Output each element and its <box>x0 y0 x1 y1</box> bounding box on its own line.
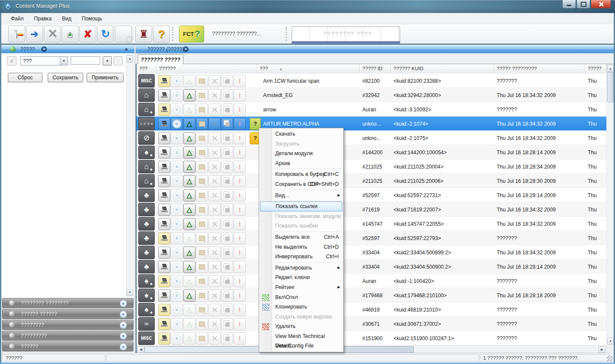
minimize-button[interactable] <box>562 0 576 9</box>
search-input[interactable]: ???????? ???? <box>292 26 400 42</box>
expand-chevron-button[interactable]: « <box>120 332 127 340</box>
table-row[interactable]: ≈△↓!#30671<kuid:30671:37002>???????Thu <box>137 317 606 331</box>
table-row[interactable]: ⌂♣△↓!arrowAuran<kuid:-3:10092>???????Thu <box>137 102 606 117</box>
commit-button[interactable]: ➔ <box>26 26 43 42</box>
vertical-scrollbar[interactable]: ▲ ▼ <box>606 64 614 345</box>
context-menu-item-10[interactable]: Показать ссылки <box>260 202 342 211</box>
expand-chevron-button[interactable]: « <box>120 322 127 329</box>
menubar-item-0[interactable]: Файл <box>6 14 29 23</box>
table-row[interactable]: ⌂♣△↓!#211025<kuid:211025:20004>Thu Jul 1… <box>137 159 606 174</box>
close-button[interactable] <box>591 0 611 9</box>
filter-remove-button[interactable]: - <box>114 56 123 65</box>
filter-panel-scrollbar[interactable]: ▲ ▼ <box>126 55 133 296</box>
resize-grip-icon[interactable] <box>607 356 613 362</box>
menubar-item-2[interactable]: Вид <box>57 14 77 23</box>
expand-chevron-button[interactable]: « <box>120 300 127 307</box>
context-menu-item-22[interactable]: Клонировать <box>259 302 343 312</box>
column-header-4[interactable]: ?????? KUID <box>391 64 494 73</box>
toolbar-drag-handle[interactable] <box>172 27 175 41</box>
context-menu-item-15[interactable]: Не выделятьCtrl+D <box>259 242 343 252</box>
filter-apply-button[interactable]: Применить <box>87 73 124 82</box>
context-menu-item-0[interactable]: Скачать <box>259 129 343 139</box>
context-menu-item-14[interactable]: Выделить всеCtrl+A <box>259 232 343 242</box>
column-header-2[interactable]: ???▲ <box>257 64 360 73</box>
column-header-6[interactable]: ????? <box>585 64 606 73</box>
context-menu-item-19[interactable]: Редакт. ключи <box>259 273 343 283</box>
table-row[interactable]: ♠♣△↓!Auran<kuid:-1:100420>???????Thu <box>137 274 606 288</box>
filter-not-button[interactable]: ≠ <box>7 56 16 65</box>
context-menu-item-24[interactable]: Удалить <box>259 322 343 332</box>
filter-collapse-chevron-icon[interactable]: « <box>124 48 130 51</box>
scroll-left-icon[interactable]: ◀ <box>137 346 144 353</box>
collapsed-panel-2[interactable]: ????????« <box>2 320 133 330</box>
context-menu-item-6[interactable]: Сохранить в CDPCtrl+Shift+D <box>259 179 343 189</box>
context-menu-item-16[interactable]: ИнвертироватьCtrl+I <box>259 252 343 262</box>
context-menu-item-25[interactable]: View Mesh Technical Details... <box>259 332 343 341</box>
table-row[interactable]: ♣△↓!#145747<kuid:145747:22055>Thu Jul 16… <box>137 217 606 231</box>
menubar-item-3[interactable]: Помощь <box>77 14 107 23</box>
filter-save-button[interactable]: Сохранить <box>48 73 83 82</box>
context-menu-item-8[interactable]: Вид...▶ <box>259 191 343 201</box>
title-bar[interactable]: Content Manager Plus <box>0 0 615 13</box>
filter-reset-button[interactable]: Сброс <box>8 73 42 82</box>
collapsed-panel-1[interactable]: ?????? ??????« <box>2 309 133 319</box>
tab-search-results[interactable]: ??????? ????? <box>138 54 183 65</box>
table-row[interactable]: ♠♣△↓!#144200<kuid:144200:100054>Thu Jul … <box>137 145 606 159</box>
table-row[interactable]: ⌂♣△↓!#211025<kuid:211025:20006>Thu Jul 1… <box>137 174 606 188</box>
context-menu-item-18[interactable]: Редактировать▶ <box>259 263 343 273</box>
table-row[interactable]: ♣△↓!line#33404<kuid2:33404:500900:2>Thu … <box>137 260 606 274</box>
chevron-down-icon[interactable]: ▼ <box>60 57 68 65</box>
install-content-button[interactable]: ⌂▲ <box>62 26 78 42</box>
column-header-5[interactable]: ????? ????????? <box>494 64 585 73</box>
delete-content-button[interactable]: ✘ <box>79 26 96 42</box>
edit-tools-button[interactable] <box>44 26 61 42</box>
filter-field-select[interactable]: ??? ▼ <box>20 56 68 65</box>
table-row[interactable]: 1·2·3·4△↓!?ARTUR METRO ALPHAunkno...<kui… <box>137 117 606 131</box>
toolbar-drag-handle[interactable] <box>286 27 288 41</box>
scroll-up-icon[interactable]: ▲ <box>127 55 133 62</box>
new-document-button[interactable] <box>8 26 25 42</box>
collapsed-panel-4[interactable]: ??????« <box>2 341 133 351</box>
table-row[interactable]: ♣△↓!line#33404<kuid2:33404:500899:2>Thu … <box>137 245 606 260</box>
column-header-0[interactable]: ??? <box>137 64 156 73</box>
table-row[interactable]: ♣△↓!#52597<kuid:52597:22793>???????Thu <box>137 231 606 245</box>
horizontal-scrollbar[interactable]: ◀ ▶ <box>137 345 606 353</box>
column-header-3[interactable]: ????? ID <box>360 64 391 73</box>
collapsed-panel-0[interactable]: ???????? ????????« <box>2 298 133 308</box>
scroll-up-icon[interactable]: ▲ <box>607 65 614 72</box>
table-row[interactable]: ♣△↓!#52597<kuid:52597:22731>Thu Jul 16 1… <box>137 188 606 202</box>
column-header-1[interactable]: ?????? <box>156 64 257 73</box>
expand-chevron-button[interactable]: « <box>120 311 127 318</box>
fct-button[interactable]: FCT ? <box>179 26 204 42</box>
table-row[interactable]: ♠♣△↓!#46819<kuid:46819:21010>???????Thu <box>137 302 606 317</box>
panel-splitter[interactable] <box>134 45 136 353</box>
table-row[interactable]: ♣△↓!#71619<kuid:71619:22007>Thu Jul 16 1… <box>137 202 606 217</box>
table-row[interactable]: MISC△↓!Arm 1CW funicular span#82100<kuid… <box>137 74 606 88</box>
scroll-down-icon[interactable]: ▼ <box>127 289 133 296</box>
railway-station-button[interactable]: ♜ <box>135 26 152 42</box>
vertical-scroll-thumb[interactable] <box>607 72 614 102</box>
content-play-icon[interactable] <box>183 46 189 52</box>
context-menu-item-2[interactable]: Детали модуля <box>259 149 343 159</box>
context-menu-item-3[interactable]: Архив <box>259 159 343 169</box>
menubar-item-1[interactable]: Правка <box>29 14 57 23</box>
collapsed-panel-3[interactable]: ?????????« <box>2 331 133 341</box>
filter-panel-header[interactable]: ????? « <box>1 45 134 54</box>
content-panel-header[interactable]: ?????? (?????) <box>136 45 614 54</box>
context-menu-item-20[interactable]: Рейтинг▶ <box>259 283 343 292</box>
table-row[interactable]: MISC△↓!#151900<kuid2:151900:100247:1>???… <box>137 331 606 345</box>
filter-value-input[interactable] <box>71 56 100 65</box>
table-row[interactable]: ♠♣△↓!#179468<kuid:179468:210100>Thu Jul … <box>137 288 606 302</box>
context-menu-item-5[interactable]: Копировать в буферCtrl+C <box>259 169 343 179</box>
refresh-button[interactable]: ↻ <box>97 26 114 42</box>
table-row[interactable]: ⌂△↓!Arnstedt_EG#32942<kuid:32942:28000>T… <box>137 88 606 102</box>
maximize-button[interactable] <box>576 0 590 9</box>
table-row[interactable]: ⊘△↓!?unkno...<kuid:-2:1075>Thu Jul 16 18… <box>137 131 606 145</box>
dial-button[interactable] <box>115 26 132 42</box>
scroll-down-icon[interactable]: ▼ <box>607 338 614 344</box>
context-menu-item-26[interactable]: View Config File <box>259 341 343 351</box>
filter-add-button[interactable]: + <box>103 56 112 65</box>
scroll-right-icon[interactable]: ▶ <box>599 346 605 353</box>
filter-play-icon[interactable] <box>41 46 47 52</box>
expand-chevron-button[interactable]: « <box>120 343 127 351</box>
